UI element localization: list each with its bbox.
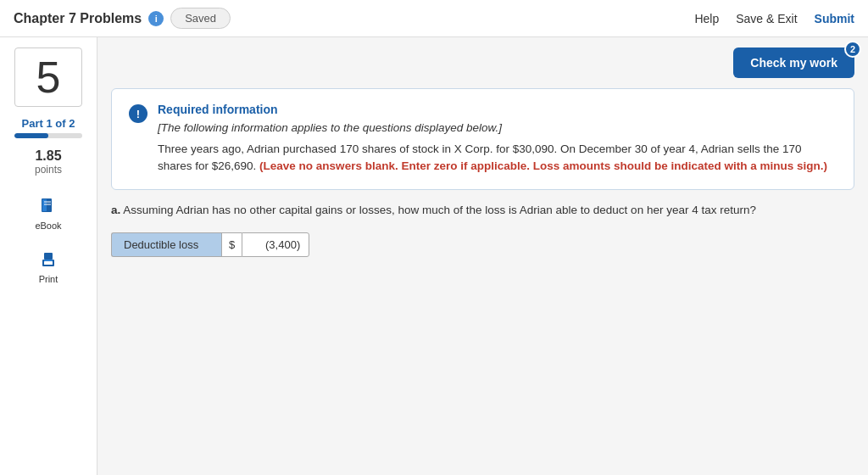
part-progress-fill [14,133,48,138]
info-box-body: Three years ago, Adrian purchased 170 sh… [158,141,837,176]
svg-rect-1 [42,199,47,211]
points-info: 1.85 points [35,148,62,176]
part-label: Part 1 of 2 [7,117,90,130]
header-right: Help Save & Exit Submit [694,12,854,25]
svg-rect-7 [44,260,53,261]
answer-input[interactable] [242,232,309,257]
sidebar: 5 Part 1 of 2 1.85 points [0,37,97,475]
svg-rect-5 [44,253,53,260]
ebook-icon [36,194,60,218]
question-label: a. [111,204,120,216]
info-icon[interactable]: i [148,11,164,26]
question-number-box: 5 [14,48,82,107]
question-text: a. Assuming Adrian has no other capital … [111,202,854,219]
print-label: Print [39,274,58,284]
check-my-work-container: Check my work 2 [111,48,854,78]
points-value: 1.85 [35,148,62,164]
part-progress-bar [14,133,82,138]
svg-rect-6 [44,261,53,265]
info-box-italic: [The following information applies to th… [158,121,837,134]
info-box: ! Required information [The following in… [111,88,854,190]
ebook-label: eBook [35,221,61,231]
check-my-work-badge: 2 [844,41,861,58]
help-link[interactable]: Help [694,12,719,25]
header: Chapter 7 Problems i Saved Help Save & E… [0,0,868,37]
print-tool[interactable]: Print [31,243,65,289]
question-number: 5 [36,52,61,103]
print-icon [36,248,60,271]
main-layout: 5 Part 1 of 2 1.85 points [0,37,868,475]
answer-row: Deductible loss $ [111,232,854,257]
page-title: Chapter 7 Problems [14,11,142,26]
dollar-sign: $ [221,232,242,257]
required-info-title: Required information [158,103,837,116]
answer-label: Deductible loss [111,232,221,257]
content-area: Check my work 2 ! Required information [… [97,37,868,475]
check-my-work-button[interactable]: Check my work 2 [733,48,854,78]
saved-badge: Saved [170,8,231,29]
sidebar-tools: eBook Print [30,189,66,289]
warning-text: (Leave no answers blank. Enter zero if a… [259,159,827,172]
submit-button[interactable]: Submit [815,12,854,25]
save-exit-link[interactable]: Save & Exit [736,12,797,25]
part-info: Part 1 of 2 [7,117,90,138]
info-box-content: Required information [The following info… [158,103,837,176]
exclamation-icon: ! [129,104,147,123]
question-body: Assuming Adrian has no other capital gai… [123,204,756,216]
header-left: Chapter 7 Problems i Saved [14,8,231,29]
points-label: points [35,164,62,176]
ebook-tool[interactable]: eBook [30,189,66,236]
